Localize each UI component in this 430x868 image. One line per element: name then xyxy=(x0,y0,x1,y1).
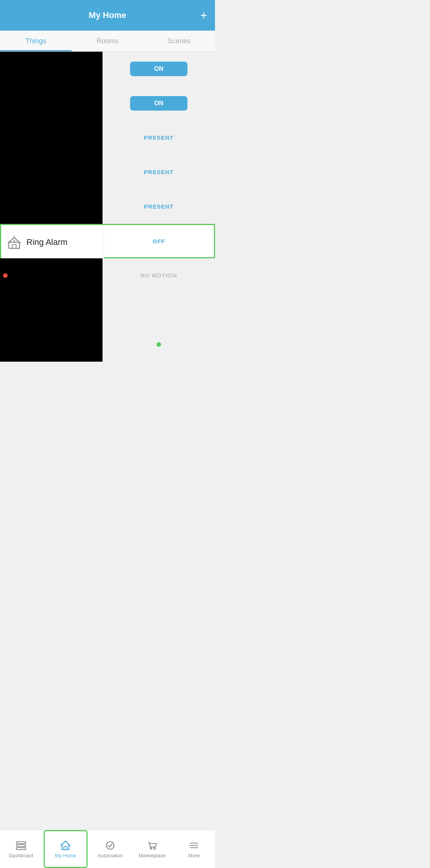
device-image-9 xyxy=(0,327,103,362)
add-button[interactable]: + xyxy=(200,9,207,21)
present-status-2: PRESENT xyxy=(144,169,174,175)
red-dot-indicator xyxy=(3,273,8,278)
present-status-1: PRESENT xyxy=(144,134,174,141)
ring-alarm-name: Ring Alarm xyxy=(26,237,68,247)
device-status-4: PRESENT xyxy=(103,155,215,189)
device-image-4 xyxy=(0,155,103,189)
tab-things[interactable]: Things xyxy=(0,31,72,51)
tab-scenes[interactable]: Scenes xyxy=(143,31,215,51)
device-status-3: PRESENT xyxy=(103,121,215,155)
header: My Home + xyxy=(0,0,215,31)
device-row-9 xyxy=(0,327,215,362)
green-dot-indicator xyxy=(156,342,161,347)
device-image-2 xyxy=(0,86,103,121)
present-status-3: PRESENT xyxy=(144,203,174,210)
header-title: My Home xyxy=(89,10,126,20)
device-status-1[interactable]: ON xyxy=(103,52,215,86)
device-status-7: NO MOTION xyxy=(103,258,215,292)
device-status-2[interactable]: ON xyxy=(103,86,215,120)
on-button-1[interactable]: ON xyxy=(130,62,187,76)
device-row-7: NO MOTION xyxy=(0,258,215,293)
tab-bar: Things Rooms Scenes xyxy=(0,31,215,52)
device-row-4: PRESENT xyxy=(0,155,215,189)
ring-alarm-left: Ring Alarm xyxy=(1,225,104,259)
device-row-3: PRESENT xyxy=(0,121,215,155)
ring-alarm-icon xyxy=(7,235,21,249)
device-row-2: ON xyxy=(0,86,215,121)
device-list: ON ON PRESENT PRESENT xyxy=(0,52,215,396)
ring-alarm-status: OFF xyxy=(104,225,214,257)
tab-rooms[interactable]: Rooms xyxy=(72,31,143,51)
device-row-5: PRESENT xyxy=(0,189,215,224)
device-image-3 xyxy=(0,121,103,155)
ring-alarm-row[interactable]: Ring Alarm OFF xyxy=(0,224,215,258)
device-status-9 xyxy=(103,327,215,361)
device-image-8 xyxy=(0,293,103,327)
svg-rect-1 xyxy=(12,245,16,248)
no-motion-status: NO MOTION xyxy=(140,272,177,279)
svg-rect-0 xyxy=(9,242,20,248)
device-status-5: PRESENT xyxy=(103,189,215,224)
device-image-7 xyxy=(0,258,103,293)
device-row-8 xyxy=(0,293,215,327)
items-grid: ON ON PRESENT PRESENT xyxy=(0,52,215,362)
device-image-5 xyxy=(0,189,103,224)
svg-point-2 xyxy=(13,240,15,241)
on-button-2[interactable]: ON xyxy=(130,96,187,111)
device-image-1 xyxy=(0,52,103,86)
off-status: OFF xyxy=(153,238,165,245)
device-status-8 xyxy=(103,293,215,327)
device-row-1: ON xyxy=(0,52,215,86)
